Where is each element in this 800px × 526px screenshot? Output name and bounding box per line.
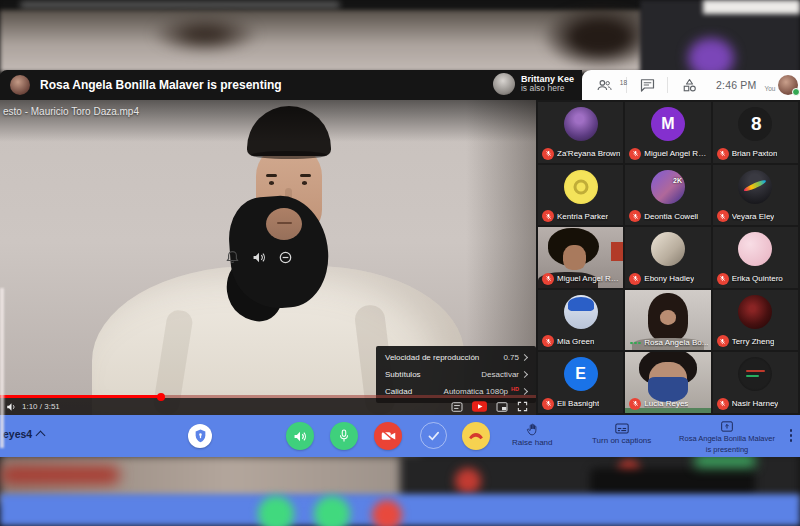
present-icon: [721, 421, 733, 432]
settings-row[interactable]: SubtítulosDesactivar: [376, 366, 536, 383]
mic-muted-icon: [542, 335, 554, 347]
video-title: esto - Mauricio Toro Daza.mp4: [3, 106, 139, 117]
participant-tile[interactable]: Miguel Angel Roj...: [538, 227, 623, 288]
raise-hand-icon: [526, 423, 538, 436]
youtube-icon[interactable]: [472, 401, 487, 412]
participant-tile[interactable]: MMiguel Angel Roj...: [625, 102, 710, 163]
captions-button[interactable]: Turn on captions: [592, 423, 651, 446]
chevron-right-icon: [521, 371, 528, 378]
raise-hand-label: Raise hand: [512, 438, 552, 448]
participant-name-row: Mia Green: [542, 335, 621, 347]
avatar: E: [564, 357, 598, 391]
presenter-avatar: [10, 75, 30, 95]
participant-tile[interactable]: 8Brian Paxton: [713, 102, 798, 163]
presenting-status-line1: Rosa Angela Bonilla Malaver: [672, 434, 782, 443]
people-icon: [596, 78, 613, 92]
chevron-right-icon: [521, 354, 528, 361]
volume-icon[interactable]: [6, 402, 17, 412]
raise-hand-button[interactable]: Raise hand: [512, 423, 552, 448]
participant-name-row: Deontia Cowell: [629, 210, 708, 222]
participant-name: Za'Reyana Brown: [557, 149, 620, 158]
mic-icon: [338, 429, 350, 443]
you-label: You: [765, 85, 776, 92]
mic-muted-icon: [717, 398, 729, 410]
avatar: 8: [738, 107, 772, 141]
participant-tile[interactable]: Lucia Reyes: [625, 352, 710, 413]
clock: 2:46 PM: [716, 79, 757, 91]
user-avatar[interactable]: [778, 75, 798, 95]
participant-name: Veyara Eley: [732, 212, 775, 221]
participant-tile[interactable]: Kentria Parker: [538, 165, 623, 226]
participant-count: 18: [620, 79, 627, 86]
settings-value: 0.75: [503, 353, 527, 362]
participant-tile[interactable]: Terry Zheng: [713, 290, 798, 351]
bell-icon: [226, 250, 239, 264]
check-button[interactable]: [420, 422, 447, 449]
fullscreen-icon[interactable]: [517, 401, 528, 412]
participant-name: Terry Zheng: [732, 337, 775, 346]
mic-muted-icon: [717, 148, 729, 160]
settings-label: Velocidad de reproducción: [385, 353, 479, 362]
participant-tile[interactable]: Veyara Eley: [713, 165, 798, 226]
minus-circle-icon: [279, 251, 292, 264]
mic-muted-icon: [629, 210, 641, 222]
more-options-button[interactable]: [790, 429, 793, 442]
avatar: M: [651, 107, 685, 141]
participant-name: Erika Quintero: [732, 274, 783, 283]
settings-row[interactable]: Velocidad de reproducción0.75: [376, 349, 536, 366]
meeting-name-text: eyes4: [3, 428, 32, 440]
account-group[interactable]: You: [765, 75, 799, 95]
participant-name: Deontia Cowell: [644, 212, 698, 221]
chevron-up-icon: [36, 431, 46, 441]
video-progress-played: [0, 395, 161, 398]
avatar: [564, 107, 598, 141]
participant-name: Miguel Angel Roj...: [644, 149, 708, 158]
participant-tile[interactable]: Nasir Harney: [713, 352, 798, 413]
participant-name-row: Rosa Angela Bo...: [629, 338, 708, 347]
mic-muted-icon: [542, 273, 554, 285]
participant-name-row: Erika Quintero: [717, 273, 796, 285]
settings-lines-icon[interactable]: [451, 402, 463, 412]
video-player-bar[interactable]: 1:10 / 3:51: [0, 398, 536, 415]
participant-tile[interactable]: Mia Green: [538, 290, 623, 351]
photo-edge-artifact: [0, 288, 4, 448]
participant-tile[interactable]: EEli Basnight: [538, 352, 623, 413]
chevron-right-icon: [521, 388, 528, 395]
speaking-indicator: [629, 342, 641, 345]
miniplayer-icon[interactable]: [496, 402, 508, 412]
shield-lock-icon: [194, 429, 207, 443]
presented-video[interactable]: esto - Mauricio Toro Daza.mp4 Velocidad …: [0, 100, 536, 415]
speaker-button[interactable]: [286, 422, 314, 450]
activities-icon: [682, 78, 697, 93]
settings-label: Subtítulos: [385, 370, 421, 379]
activities-button[interactable]: [668, 78, 710, 93]
chat-button[interactable]: [627, 78, 667, 92]
participant-name-row: Lucia Reyes: [629, 398, 708, 410]
participant-name: Ebony Hadley: [644, 274, 694, 283]
top-toolbar: 18 2:46 PM You: [582, 70, 800, 100]
avatar: [738, 295, 772, 329]
presenting-status[interactable]: Rosa Angela Bonilla Malaver is presentin…: [668, 421, 786, 454]
video-time: 1:10 / 3:51: [22, 402, 60, 411]
mic-button[interactable]: [330, 422, 358, 450]
hangup-button[interactable]: [462, 422, 490, 450]
meeting-name[interactable]: eyes4: [3, 428, 44, 440]
participant-tile[interactable]: Ebony Hadley: [625, 227, 710, 288]
participant-tile[interactable]: Erika Quintero: [713, 227, 798, 288]
avatar: [738, 232, 772, 266]
participant-tile[interactable]: Za'Reyana Brown: [538, 102, 623, 163]
people-button[interactable]: 18: [582, 78, 626, 92]
check-icon: [428, 431, 440, 441]
video-progress-bar[interactable]: [0, 395, 536, 398]
speaker-icon: [252, 251, 266, 264]
participant-name-row: Miguel Angel Roj...: [542, 273, 621, 285]
participant-tile[interactable]: Rosa Angela Bo...: [625, 290, 710, 351]
overlay-icons: [226, 250, 292, 264]
camera-off-button[interactable]: [374, 422, 402, 450]
progress-scrubber[interactable]: [157, 393, 165, 401]
participant-name: Nasir Harney: [732, 399, 779, 408]
participant-tile[interactable]: 2KDeontia Cowell: [625, 165, 710, 226]
meeting-safety-button[interactable]: [188, 424, 212, 448]
participant-name-row: Za'Reyana Brown: [542, 148, 621, 160]
avatar: [564, 170, 598, 204]
